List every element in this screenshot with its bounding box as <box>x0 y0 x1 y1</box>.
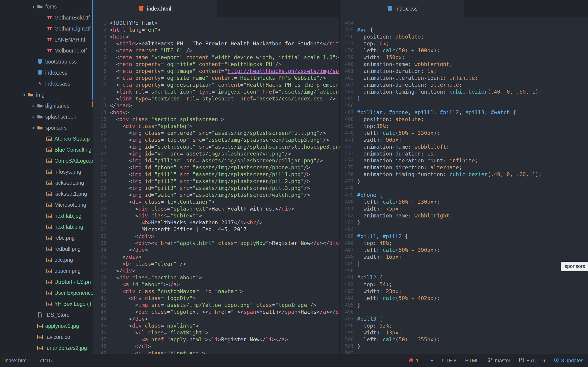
tree-folder-fonts[interactable]: ▾fonts <box>0 1 93 12</box>
chevron-down-icon[interactable]: ▾ <box>31 125 36 130</box>
line-number: 6 <box>93 54 106 61</box>
tree-file-index-sass[interactable]: Sindex.sass <box>0 78 93 89</box>
code-line: <meta property="og:site_name" content="H… <box>110 75 339 81</box>
tree-file-bootstrap-css[interactable]: bootstrap.css <box>0 56 93 67</box>
line-number: 499 <box>340 329 354 336</box>
code-lines-css[interactable]: #vr { position: absolute; top:16%; left:… <box>354 19 588 354</box>
encoding-indicator[interactable]: UTF-8 <box>442 358 456 364</box>
file-name: Microsoft.png <box>54 202 86 208</box>
code-lines-html[interactable]: <!DOCTYPE html><html lang="en"><head> <t… <box>106 19 339 354</box>
tree-file-compsatlogo-p[interactable]: CompSAtLogo.p <box>0 155 93 166</box>
tree-folder-sponsors[interactable]: ▾sponsors <box>0 122 93 133</box>
tree-file-redbull-png[interactable]: redbull.png <box>0 243 93 254</box>
tree-file-user-experience[interactable]: User Experience <box>0 287 93 298</box>
image-icon <box>36 334 43 340</box>
chevron-right-icon[interactable]: ▸ <box>31 103 36 108</box>
tree-file-lanenar-ttf[interactable]: TTLANENAR.ttf <box>0 34 93 45</box>
folder-icon <box>36 4 43 9</box>
code-editor-html[interactable]: 1234567891011121314151617181920212223242… <box>93 18 339 354</box>
tree-file-next-lab-png[interactable]: next lab.png <box>0 221 93 232</box>
code-line: left: calc(50% - 390px); <box>357 247 588 253</box>
code-line: width: 16px; <box>357 253 588 260</box>
file-name: upacm.png <box>54 268 81 274</box>
image-icon <box>46 202 52 207</box>
tree-file-kickstart-png[interactable]: kickstart.png <box>0 177 93 188</box>
tree-file-rcbc-png[interactable]: rcbc.png <box>0 232 93 243</box>
tree-file-upacm-png[interactable]: upacm.png <box>0 265 93 276</box>
tree-folder-img[interactable]: ▾img <box>0 89 93 100</box>
code-line: </div> <box>110 247 339 253</box>
tree-file-ds-store[interactable]: .DS_Store <box>0 309 93 320</box>
line-ending-indicator[interactable]: LF <box>427 358 433 364</box>
code-line: </div> <box>110 253 339 260</box>
package-updates[interactable]: 3 updates <box>554 357 583 364</box>
tree-file-upstart-ls-pn[interactable]: UpStart - LS.pn <box>0 276 93 287</box>
diff-icon <box>519 357 524 364</box>
tree-folder-dignitaries[interactable]: ▸dignitaries <box>0 100 93 111</box>
line-number: 474 <box>340 157 354 164</box>
line-numbers-css[interactable]: 4544554564574584594604614624634644654664… <box>340 19 354 354</box>
line-number: 49 <box>93 350 106 354</box>
tree-folder-splashscreen[interactable]: ▸splashscreen <box>0 111 93 122</box>
image-icon <box>46 279 52 284</box>
tree-file-applynow1-jpg[interactable]: applynow1.jpg <box>0 320 93 332</box>
tree-file-ucc-png[interactable]: ucc.png <box>0 254 93 265</box>
line-number: 498 <box>340 322 354 329</box>
tree-file-gothambold-ttf[interactable]: TTGothamBold.ttf <box>0 12 93 23</box>
folder-icon <box>36 103 43 108</box>
css-file-icon <box>387 6 392 11</box>
file-tree[interactable]: ▾fontsTTGothamBold.ttfTTGothamLight.ttfT… <box>0 0 93 354</box>
tree-file-gothamlight-ttf[interactable]: TTGothamLight.ttf <box>0 23 93 34</box>
line-number: 46 <box>93 329 106 336</box>
tree-file-next-lab-jpg[interactable]: next lab.jpg <box>0 210 93 221</box>
code-line: <img id="pill1" src="assets/img/splashsc… <box>110 171 339 178</box>
tree-file-yh-box-logo-t[interactable]: YH Box Logo (T <box>0 298 93 309</box>
line-numbers-html[interactable]: 1234567891011121314151617181920212223242… <box>93 19 106 354</box>
file-name: CompSAtLogo.p <box>54 158 93 164</box>
git-diff-counts[interactable]: +61, -16 <box>519 357 545 364</box>
line-number: 4 <box>93 40 106 47</box>
line-number: 32 <box>93 233 106 240</box>
code-editor-css[interactable]: 4544554564574584594604614624634644654664… <box>340 18 588 354</box>
tab-index-html[interactable]: index.html <box>93 0 217 17</box>
file-name: Melbourne.otf <box>54 48 87 54</box>
tree-file-blue-consulting[interactable]: Blue Consulting <box>0 144 93 155</box>
line-number: 7 <box>93 61 106 68</box>
git-branch[interactable]: master <box>488 357 510 364</box>
chevron-down-icon[interactable]: ▾ <box>21 92 27 97</box>
code-line: </div> <box>110 267 339 274</box>
line-number: 24 <box>93 178 106 185</box>
line-number: 26 <box>93 192 106 198</box>
chevron-right-icon[interactable]: ▸ <box>31 115 36 119</box>
code-line: <b>HealthHacks Hackathon 2017</b><br/> <box>110 219 339 226</box>
tree-file-melbourne-otf[interactable]: TTMelbourne.otf <box>0 45 93 56</box>
code-line: </div> <box>110 315 339 322</box>
tree-file-microsoft-png[interactable]: Microsoft.png <box>0 199 93 210</box>
image-icon <box>46 235 52 240</box>
linter-status[interactable]: 1 <box>409 357 419 364</box>
cursor-position[interactable]: 171:15 <box>36 358 52 364</box>
line-number: 23 <box>93 171 106 178</box>
code-line: <img class="laptop" src="assets/img/spla… <box>110 136 339 143</box>
line-number: 460 <box>340 61 354 68</box>
file-name: UpStart - LS.pn <box>54 279 91 285</box>
tree-file-ateneo-startup[interactable]: Ateneo Startup <box>0 133 93 144</box>
tab-index-css[interactable]: index.css <box>340 0 464 17</box>
chevron-down-icon[interactable]: ▾ <box>31 4 36 9</box>
tree-file-funandprizes2-jpg[interactable]: funandprizes2.jpg <box>0 342 93 353</box>
file-name: GothamBold.ttf <box>54 15 90 21</box>
line-number: 478 <box>340 185 354 192</box>
code-line: left: calc(50% + 230px); <box>357 198 588 205</box>
tree-file-infosys-png[interactable]: infosys.png <box>0 166 93 177</box>
code-line: left: calc(50% + 100px); <box>357 47 588 54</box>
tree-file-kickstart1-png[interactable]: kickstart1.png <box>0 188 93 199</box>
line-number: 464 <box>340 88 354 95</box>
line-number: 13 <box>93 102 106 109</box>
tree-file-index-css[interactable]: index.css <box>0 67 93 78</box>
tree-file-favicon-ico[interactable]: favicon.ico <box>0 332 93 342</box>
code-line: <img id="watch" src="assets/img/splashsc… <box>110 192 339 198</box>
code-line: <img id="vr" src="assets/img/splashscree… <box>110 150 339 157</box>
grammar-indicator[interactable]: HTML <box>465 358 479 364</box>
code-line: <div class="splashText">Hack Health with… <box>110 205 339 212</box>
image-icon <box>46 180 52 185</box>
